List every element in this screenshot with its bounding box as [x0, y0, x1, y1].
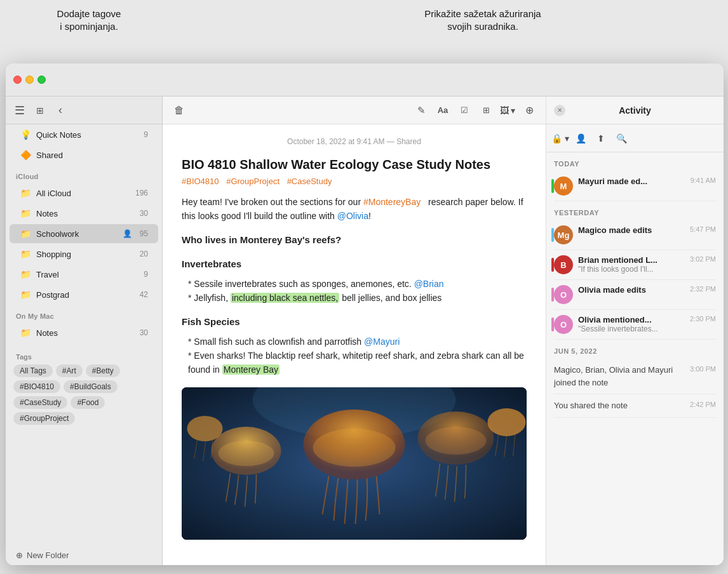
- shared-time: 2:42 PM: [690, 399, 716, 410]
- tag-groupproject[interactable]: #GroupProject: [13, 412, 75, 425]
- annotation-top-left: Dodajte tagovei spominjanja.: [19, 8, 159, 32]
- table-btn[interactable]: ⊞: [477, 102, 495, 119]
- brian-indicator: [551, 258, 554, 272]
- content-area: ☰ ⊞ ‹ 💡 Quick Notes 9 🔶 Shared iCloud 📁 …: [6, 97, 724, 565]
- sidebar-item-shopping[interactable]: 📁 Shopping 20: [10, 244, 158, 264]
- schoolwork-count: 95: [140, 229, 148, 238]
- tag-betty[interactable]: #Betty: [86, 364, 120, 377]
- list-view-btn[interactable]: ☰: [11, 102, 29, 119]
- magico-avatar: Mg: [554, 225, 573, 244]
- annotation-top-right: Prikažite sažetak ažuriranjasvojih surad…: [368, 8, 597, 32]
- activity-item-olivia-edits[interactable]: O Olivia made edits 2:32 PM: [554, 280, 716, 310]
- activity-item-brian[interactable]: B Brian mentioned L... "If this looks go…: [554, 250, 716, 280]
- note-editor: 🗑 ✎ Aa ☑ ⊞ 🖼 ▾ ⊕ October 18, 2022 at 9:4…: [163, 97, 546, 565]
- svg-point-3: [313, 429, 396, 467]
- delete-btn[interactable]: 🗑: [170, 102, 188, 119]
- search-btn[interactable]: 🔍: [612, 130, 630, 147]
- olivia-mention-avatar: O: [554, 315, 573, 334]
- olivia-edits-body: Olivia made edits: [578, 285, 685, 295]
- magico-indicator: [551, 228, 554, 242]
- olivia-edits-name: Olivia made edits: [578, 285, 685, 295]
- sidebar-item-notes-mac[interactable]: 📁 Notes 30: [10, 323, 158, 342]
- notes-icloud-label: Notes: [36, 209, 135, 218]
- compose-btn[interactable]: ✎: [412, 102, 430, 119]
- tag-groupproject-link[interactable]: #GroupProject: [226, 177, 280, 186]
- new-folder-label: New Folder: [27, 551, 69, 560]
- sidebar-item-travel[interactable]: 📁 Travel 9: [10, 265, 158, 284]
- back-btn[interactable]: ‹: [51, 102, 69, 119]
- brian-avatar: B: [554, 255, 573, 274]
- share-btn[interactable]: ⬆: [592, 130, 610, 147]
- activity-close-button[interactable]: ✕: [554, 105, 565, 116]
- tag-casestudy[interactable]: #CaseStudy: [13, 396, 67, 409]
- tags-container: All Tags #Art #Betty #BIO4810 #BuildGoal…: [13, 364, 154, 425]
- monterey-bay-tag[interactable]: #MontereyBay: [363, 197, 421, 207]
- activity-header: ✕ Activity: [546, 97, 724, 124]
- sidebar-item-notes-icloud[interactable]: 📁 Notes 30: [10, 204, 158, 223]
- olivia-edits-indicator: [551, 288, 554, 302]
- quick-notes-icon: 💡: [20, 130, 31, 140]
- joined-time: 3:00 PM: [690, 364, 716, 375]
- icloud-section-label: iCloud: [6, 165, 162, 183]
- brian-mention[interactable]: @Brian: [414, 279, 444, 289]
- magico-time: 5:47 PM: [690, 225, 716, 233]
- note-content: October 18, 2022 at 9:41 AM — Shared BIO…: [163, 124, 546, 565]
- fullscreen-button[interactable]: [37, 76, 46, 84]
- mayuri-avatar: M: [554, 177, 573, 196]
- magico-item-body: Magico made edits: [578, 225, 685, 235]
- all-icloud-label: All iCloud: [36, 189, 130, 198]
- sidebar-item-postgrad[interactable]: 📁 Postgrad 42: [10, 285, 158, 304]
- tag-buildgoals[interactable]: #BuildGoals: [64, 380, 118, 393]
- svg-point-9: [187, 416, 223, 441]
- postgrad-count: 42: [140, 290, 148, 299]
- media-btn[interactable]: 🖼 ▾: [499, 102, 516, 119]
- jun-label: JUN 5, 2022: [554, 340, 716, 359]
- tag-food[interactable]: #Food: [71, 396, 105, 409]
- tag-art[interactable]: #Art: [56, 364, 83, 377]
- tag-casestudy-link[interactable]: #CaseStudy: [287, 177, 332, 186]
- sidebar-item-schoolwork[interactable]: 📁 Schoolwork 👤 95: [10, 224, 158, 243]
- minimize-button[interactable]: [25, 76, 34, 84]
- grid-view-btn[interactable]: ⊞: [31, 102, 49, 119]
- mayuri-indicator: [551, 179, 554, 193]
- olivia-mention-time: 2:30 PM: [690, 315, 716, 323]
- mayuri-time: 9:41 AM: [691, 177, 716, 184]
- olivia-mention-preview: "Sessile invertebrates...: [578, 324, 685, 333]
- invertebrate-item1: Sessile invertebrates such as sponges, a…: [188, 277, 527, 291]
- activity-item-mayuri[interactable]: M Mayuri made ed... 9:41 AM: [554, 171, 716, 201]
- lock-btn[interactable]: 🔒 ▾: [551, 130, 569, 147]
- folder-icon-notes: 📁: [20, 208, 31, 218]
- olivia-mention-indicator: [551, 317, 554, 331]
- sidebar-item-shared[interactable]: 🔶 Shared: [10, 145, 158, 164]
- note-image: [182, 387, 527, 540]
- yesterday-label: YESTERDAY: [554, 201, 716, 220]
- checklist-btn[interactable]: ☑: [455, 102, 473, 119]
- quick-notes-count: 9: [144, 130, 148, 139]
- activity-item-magico[interactable]: Mg Magico made edits 5:47 PM: [554, 220, 716, 250]
- mac-section-label: On My Mac: [6, 305, 162, 323]
- subsection2-title: Fish Species: [182, 314, 527, 330]
- highlight-monterey-bay: Monterey Bay: [222, 364, 280, 375]
- mayuri-name: Mayuri made ed...: [578, 177, 685, 186]
- mayuri-mention[interactable]: @Mayuri: [364, 337, 400, 347]
- tag-bio4810-link[interactable]: #BIO4810: [182, 177, 219, 186]
- link-btn[interactable]: ⊕: [520, 102, 538, 119]
- note-date: October 18, 2022 at 9:41 AM — Shared: [182, 137, 527, 146]
- brian-name: Brian mentioned L...: [578, 255, 685, 265]
- close-button[interactable]: [13, 76, 22, 84]
- sidebar-item-quick-notes[interactable]: 💡 Quick Notes 9: [10, 125, 158, 144]
- activity-title: Activity: [570, 105, 699, 116]
- note-intro: Hey team! I've broken out the sections f…: [182, 195, 527, 224]
- tag-all-tags[interactable]: All Tags: [13, 364, 53, 377]
- collab-btn[interactable]: 👤: [572, 130, 590, 147]
- format-btn[interactable]: Aa: [434, 102, 452, 119]
- tag-bio4810[interactable]: #BIO4810: [13, 380, 60, 393]
- activity-panel: ✕ Activity 🔒 ▾ 👤 ⬆ 🔍 TODAY M: [546, 97, 724, 565]
- brian-preview: "If this looks good I'll...: [578, 265, 685, 274]
- folder-icon-schoolwork: 📁: [20, 229, 31, 239]
- sidebar-item-all-icloud[interactable]: 📁 All iCloud 196: [10, 184, 158, 203]
- activity-item-olivia-mention[interactable]: O Olivia mentioned... "Sessile invertebr…: [554, 310, 716, 340]
- new-folder-button[interactable]: ⊕ New Folder: [6, 545, 162, 565]
- olivia-mention[interactable]: @Olivia: [337, 211, 368, 221]
- note-tags: #BIO4810 #GroupProject #CaseStudy: [182, 177, 527, 186]
